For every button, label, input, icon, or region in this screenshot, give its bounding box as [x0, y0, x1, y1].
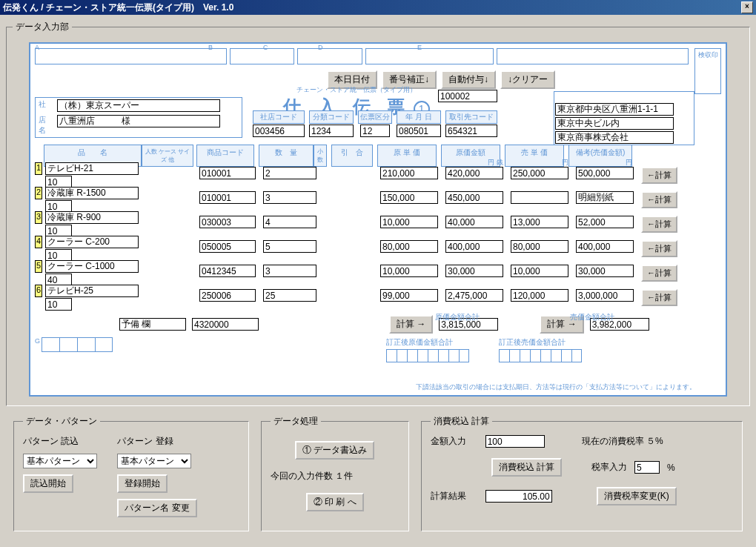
item-uritanka[interactable] — [511, 191, 568, 204]
spare-label[interactable] — [119, 318, 186, 331]
btn-calc-genka[interactable]: 計算 → — [389, 315, 433, 334]
item-bikou[interactable] — [576, 167, 634, 179]
item-name[interactable] — [45, 285, 139, 297]
row-number: 3 — [35, 211, 42, 224]
slip-number[interactable] — [438, 90, 497, 102]
table-row: 3←計算 — [35, 211, 756, 235]
panel-tax: 消費税込 計算 金額入力 現在の消費税率 ５% 消費税込 計算 税率入力 % 計… — [421, 415, 743, 531]
code-date[interactable] — [397, 125, 441, 137]
item-code[interactable] — [199, 216, 256, 228]
code-shaten[interactable] — [253, 125, 305, 137]
dest3[interactable] — [555, 131, 674, 144]
row-number: 4 — [35, 236, 42, 248]
item-genka[interactable] — [445, 191, 503, 204]
item-uritanka[interactable] — [511, 289, 568, 302]
btn-clear[interactable]: ↓クリアー — [500, 70, 555, 89]
btn-print[interactable]: ② 印 刷 へ — [306, 493, 364, 511]
item-bikou[interactable] — [576, 216, 634, 228]
item-gentanka[interactable] — [380, 216, 438, 228]
item-uritanka[interactable] — [511, 216, 568, 228]
item-gentanka[interactable] — [380, 289, 438, 302]
btn-rename[interactable]: パターン名 変更 — [117, 499, 196, 517]
btn-tax-change[interactable]: 消費税率変更(K) — [597, 487, 677, 505]
btn-save-start[interactable]: 登録開始 — [117, 474, 168, 493]
btn-row-calc[interactable]: ←計算 — [641, 289, 677, 306]
dest-box: 取引先名 — [554, 91, 694, 145]
item-genka[interactable] — [445, 216, 503, 228]
dest2[interactable] — [555, 117, 674, 130]
item-bikou[interactable] — [576, 191, 634, 204]
item-genka[interactable] — [445, 289, 503, 302]
row-number: 1 — [35, 162, 42, 175]
btn-row-calc[interactable]: ←計算 — [641, 167, 677, 184]
table-row: 4←計算 — [35, 236, 756, 259]
company-name[interactable] — [57, 99, 220, 112]
stamp-box: 検収印 — [694, 48, 721, 94]
btn-row-calc[interactable]: ←計算 — [641, 265, 677, 282]
item-uritanka[interactable] — [511, 265, 568, 277]
title-text: 伝発くん / チェーン・ストア統一伝票(タイプ用) Ver. 1.0 — [3, 0, 233, 15]
item-qty[interactable] — [263, 191, 316, 204]
btn-row-calc[interactable]: ←計算 — [641, 216, 677, 233]
item-bikou[interactable] — [576, 289, 634, 302]
item-qty[interactable] — [263, 289, 316, 302]
item-gentanka[interactable] — [380, 240, 438, 253]
titlebar: 伝発くん / チェーン・ストア統一伝票(タイプ用) Ver. 1.0 × — [0, 0, 756, 15]
company-box: 社 店名 — [35, 97, 242, 138]
close-icon[interactable]: × — [741, 1, 753, 13]
item-gentanka[interactable] — [380, 191, 438, 204]
item-bikou[interactable] — [576, 265, 634, 277]
item-qty[interactable] — [263, 240, 316, 253]
item-uritanka[interactable] — [511, 167, 568, 179]
item-qty[interactable] — [263, 167, 316, 179]
pattern-load-select[interactable]: 基本パターン — [23, 454, 97, 468]
item-name[interactable] — [45, 236, 139, 248]
table-row: 5←計算 — [35, 260, 756, 284]
item-genka[interactable] — [445, 240, 503, 253]
item-code[interactable] — [199, 191, 256, 204]
item-uritanka[interactable] — [511, 240, 568, 253]
row-number: 2 — [35, 187, 42, 199]
item-bikou[interactable] — [576, 240, 634, 253]
dest1[interactable] — [555, 103, 674, 116]
panel-pattern: データ・パターン パターン 読込 基本パターン 読込開始 パターン 登録 基本パ… — [13, 415, 249, 531]
slip-area: A B C D E 検収印 本日日付 番号補正↓ 自動付与↓ ↓クリアー チェー… — [29, 42, 727, 397]
store-name[interactable] — [57, 115, 220, 127]
main-fieldset: データ入力部 A B C D E 検収印 本日日付 番号補正↓ 自動付与↓ ↓ク… — [6, 21, 750, 406]
item-gentanka[interactable] — [380, 265, 438, 277]
item-name[interactable] — [45, 260, 139, 273]
item-genka[interactable] — [445, 167, 503, 179]
item-code[interactable] — [199, 289, 256, 302]
tax-result[interactable] — [485, 490, 552, 503]
btn-tax-calc[interactable]: 消費税込 計算 — [491, 458, 562, 477]
item-code[interactable] — [199, 240, 256, 253]
rows-area: 1←計算2←計算3←計算4←計算5←計算6←計算 — [35, 162, 756, 314]
table-row: 2←計算 — [35, 187, 756, 210]
row-number: 5 — [35, 260, 42, 273]
panel-proc: データ処理 ① データ書込み 今回の入力件数 １件 ② 印 刷 へ — [261, 415, 409, 531]
spare-value[interactable] — [192, 318, 259, 331]
code-tori[interactable] — [445, 125, 497, 137]
item-name[interactable] — [45, 162, 139, 175]
btn-row-calc[interactable]: ←計算 — [641, 191, 677, 208]
item-sub[interactable] — [45, 298, 72, 311]
pattern-save-select[interactable]: 基本パターン — [117, 454, 191, 468]
row-number: 6 — [35, 285, 42, 297]
tax-amount[interactable] — [485, 435, 545, 448]
btn-row-calc[interactable]: ←計算 — [641, 240, 677, 257]
item-gentanka[interactable] — [380, 167, 438, 179]
item-qty[interactable] — [263, 216, 316, 228]
code-denku[interactable] — [360, 125, 390, 137]
item-name[interactable] — [45, 211, 139, 224]
item-qty[interactable] — [263, 265, 316, 277]
input-count: 今回の入力件数 １件 — [271, 470, 399, 483]
item-name[interactable] — [45, 187, 139, 199]
item-genka[interactable] — [445, 265, 503, 277]
btn-load-start[interactable]: 読込開始 — [23, 474, 73, 493]
table-row: 6←計算 — [35, 285, 756, 308]
code-bunrui[interactable] — [309, 125, 354, 137]
item-code[interactable] — [199, 167, 256, 179]
item-code[interactable] — [199, 265, 256, 277]
tax-rate[interactable] — [634, 461, 660, 474]
btn-write[interactable]: ① データ書込み — [295, 441, 374, 460]
